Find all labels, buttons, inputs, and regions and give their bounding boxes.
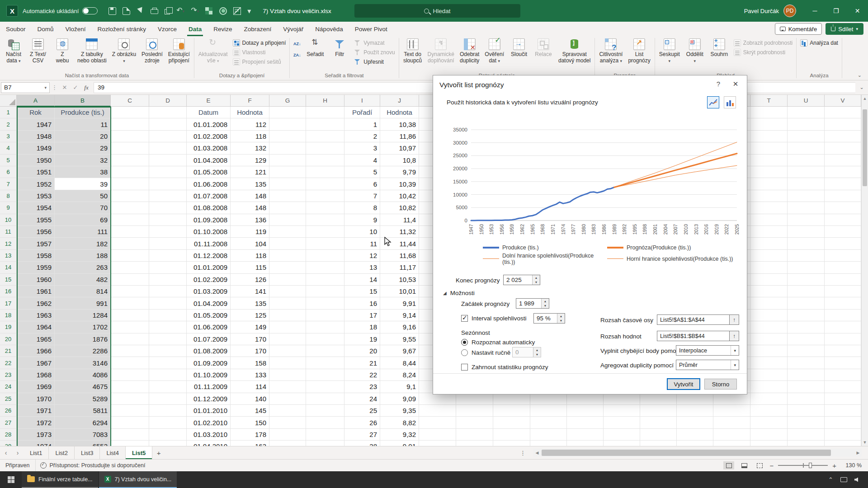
cell-B7[interactable]: 39 (55, 178, 111, 190)
cell-A18[interactable]: 1963 (17, 310, 55, 321)
cell-O25[interactable] (567, 393, 604, 405)
save-icon[interactable] (108, 7, 116, 15)
cell-T27[interactable] (750, 417, 788, 428)
cell-B15[interactable]: 482 (55, 274, 111, 286)
cell-U3[interactable] (788, 131, 825, 142)
cell-G16[interactable] (269, 286, 306, 297)
cell-U13[interactable] (788, 250, 825, 262)
tabbar-more-icon[interactable]: ⋮ (520, 446, 526, 459)
cell-A29[interactable]: 1974 (17, 441, 55, 446)
cell-R26[interactable] (677, 405, 713, 417)
cell-H27[interactable] (306, 417, 344, 428)
cell-D23[interactable] (149, 369, 187, 381)
cell-D20[interactable] (149, 333, 187, 345)
cell-D27[interactable] (149, 417, 187, 428)
line-chart-type-icon[interactable] (707, 96, 719, 108)
page-layout-view-button[interactable] (739, 461, 750, 469)
cell-F25[interactable]: 140 (231, 393, 269, 405)
cell-G19[interactable] (269, 321, 306, 333)
cell-R29[interactable] (677, 441, 713, 446)
cell-T14[interactable] (750, 262, 788, 273)
cell-I29[interactable]: 28 (344, 441, 380, 446)
group-button[interactable]: Seskupit▾ (657, 37, 682, 64)
cell-C23[interactable] (111, 369, 149, 381)
cell-G8[interactable] (269, 190, 306, 202)
cell-I27[interactable]: 26 (344, 417, 380, 428)
row-header-18[interactable]: 18 (0, 310, 17, 321)
cell-U20[interactable] (788, 333, 825, 345)
cell-D16[interactable] (149, 286, 187, 297)
cell-D7[interactable] (149, 178, 187, 190)
cell-U5[interactable] (788, 155, 825, 166)
cell-H11[interactable] (306, 226, 344, 238)
cell-A20[interactable]: 1965 (17, 333, 55, 345)
restore-button[interactable]: ❐ (826, 0, 847, 22)
row-header-2[interactable]: 2 (0, 118, 17, 130)
cell-C28[interactable] (111, 429, 149, 441)
cell-G4[interactable] (269, 142, 306, 154)
cell-F28[interactable]: 178 (231, 429, 269, 441)
column-header-I[interactable]: I (344, 95, 380, 107)
cell-V6[interactable] (825, 166, 861, 178)
cell-G13[interactable] (269, 250, 306, 262)
cell-H8[interactable] (306, 190, 344, 202)
cell-D14[interactable] (149, 262, 187, 273)
cell-E24[interactable]: 01.11.2009 (187, 381, 231, 393)
cell-A28[interactable]: 1973 (17, 429, 55, 441)
cell-G11[interactable] (269, 226, 306, 238)
cell-D15[interactable] (149, 274, 187, 286)
cell-U1[interactable] (788, 107, 825, 118)
text-to-columns-button[interactable]: Text dosloupců (401, 37, 425, 64)
cell-I20[interactable]: 19 (344, 333, 380, 345)
zoom-in-button[interactable]: + (832, 462, 836, 469)
cell-J27[interactable]: 8,82 (380, 417, 419, 428)
cell-D18[interactable] (149, 310, 187, 321)
tab-revize[interactable]: Revize (208, 22, 238, 36)
cell-K27[interactable] (419, 417, 456, 428)
cell-O29[interactable] (567, 441, 604, 446)
zoom-slider[interactable] (778, 465, 828, 466)
cell-D3[interactable] (149, 131, 187, 142)
cell-J28[interactable]: 9,32 (380, 429, 419, 441)
cell-G20[interactable] (269, 333, 306, 345)
cell-E7[interactable]: 01.06.2008 (187, 178, 231, 190)
cell-J11[interactable]: 11,32 (380, 226, 419, 238)
cell-B29[interactable]: 6552 (55, 441, 111, 446)
column-header-U[interactable]: U (788, 95, 825, 107)
column-header-E[interactable]: E (187, 95, 231, 107)
vertical-scroll-thumb[interactable] (863, 109, 867, 186)
cell-T11[interactable] (750, 226, 788, 238)
row-header-1[interactable]: 1 (0, 107, 17, 118)
tab-data[interactable]: Data (183, 22, 208, 36)
row-header-17[interactable]: 17 (0, 297, 17, 309)
cell-H22[interactable] (306, 357, 344, 369)
cell-E21[interactable]: 01.08.2009 (187, 345, 231, 357)
tab-zobrazení[interactable]: Zobrazení (238, 22, 277, 36)
cell-D22[interactable] (149, 357, 187, 369)
column-header-V[interactable]: V (825, 95, 861, 107)
from-web-button[interactable]: Zwebu (51, 37, 74, 64)
cell-L29[interactable] (456, 441, 493, 446)
cell-A25[interactable]: 1970 (17, 393, 55, 405)
cell-U17[interactable] (788, 297, 825, 309)
tab-power-pivot[interactable]: Power Pivot (349, 22, 393, 36)
cell-H4[interactable] (306, 142, 344, 154)
cell-P25[interactable] (604, 393, 640, 405)
cell-V21[interactable] (825, 345, 861, 357)
cell-C20[interactable] (111, 333, 149, 345)
cell-H9[interactable] (306, 202, 344, 214)
queries-connections-button[interactable]: Dotazy a připojení (231, 39, 288, 47)
cell-E1[interactable]: Datum (187, 107, 231, 118)
column-header-F[interactable]: F (231, 95, 269, 107)
cell-V16[interactable] (825, 286, 861, 297)
cell-I2[interactable]: 1 (344, 118, 380, 130)
cell-B10[interactable]: 69 (55, 214, 111, 226)
formula-bar-expand-icon[interactable]: ⌄ (855, 84, 868, 90)
cell-A26[interactable]: 1971 (17, 405, 55, 417)
cell-C5[interactable] (111, 155, 149, 166)
cell-A21[interactable]: 1966 (17, 345, 55, 357)
tab-rozložení-stránky[interactable]: Rozložení stránky (92, 22, 152, 36)
sheet-tab-list3[interactable]: List3 (75, 446, 100, 459)
cell-I16[interactable]: 15 (344, 286, 380, 297)
cell-F8[interactable]: 148 (231, 190, 269, 202)
